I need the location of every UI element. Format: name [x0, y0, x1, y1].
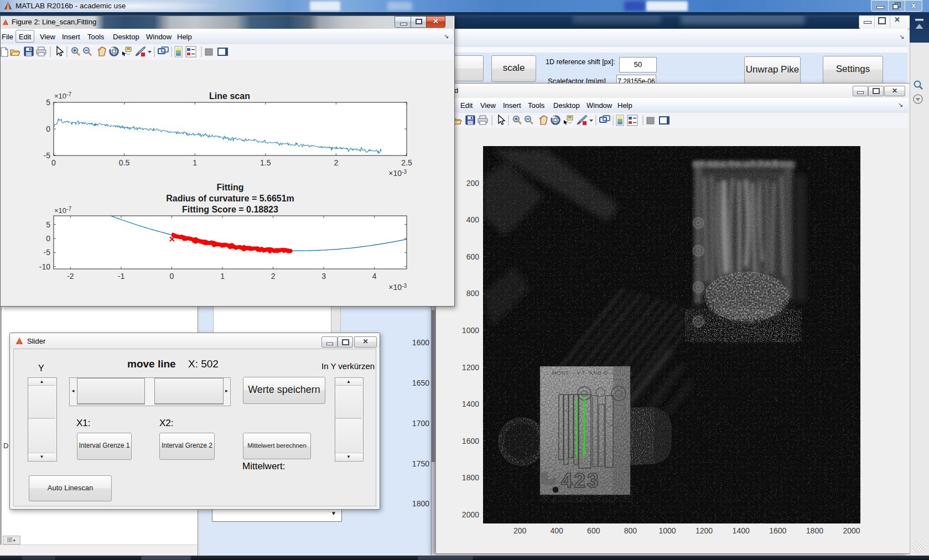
svg-text:4: 4 — [372, 272, 377, 281]
svg-text:-5: -5 — [44, 248, 51, 257]
svg-text:800: 800 — [466, 289, 480, 298]
svg-text:-1: -1 — [118, 272, 125, 281]
svg-text:5: 5 — [46, 220, 50, 229]
svg-text:Fitting Score = 0.18823: Fitting Score = 0.18823 — [182, 205, 278, 214]
svg-text:-5: -5 — [44, 151, 51, 160]
svg-text:×10-7: ×10-7 — [54, 206, 71, 215]
svg-text:800: 800 — [624, 526, 637, 535]
svg-text:Fitting: Fitting — [217, 183, 244, 192]
svg-text:2000: 2000 — [843, 526, 860, 535]
svg-text:2: 2 — [334, 158, 339, 167]
svg-text:0: 0 — [170, 272, 174, 281]
svg-text:2: 2 — [271, 272, 276, 281]
svg-text:2.5: 2.5 — [401, 158, 412, 167]
svg-text:0.5: 0.5 — [119, 158, 130, 167]
svg-text:5: 5 — [46, 98, 50, 107]
svg-text:×10-3: ×10-3 — [388, 169, 407, 178]
svg-text:1000: 1000 — [462, 326, 479, 335]
svg-text:1600: 1600 — [462, 437, 479, 445]
svg-text:0: 0 — [46, 234, 50, 243]
svg-text:600: 600 — [466, 252, 480, 261]
svg-text:×10-3: ×10-3 — [388, 283, 407, 292]
svg-text:Line scan: Line scan — [209, 91, 250, 101]
svg-text:-2: -2 — [67, 272, 74, 281]
svg-text:1800: 1800 — [806, 526, 823, 535]
svg-text:1: 1 — [220, 272, 225, 281]
svg-text:-10: -10 — [39, 262, 50, 271]
svg-text:1: 1 — [193, 158, 197, 167]
svg-text:1400: 1400 — [462, 400, 479, 408]
svg-text:×10-7: ×10-7 — [54, 91, 71, 100]
svg-text:1200: 1200 — [696, 526, 713, 535]
svg-text:1.5: 1.5 — [260, 158, 271, 167]
svg-text:400: 400 — [466, 215, 480, 224]
svg-text:600: 600 — [587, 526, 600, 535]
svg-text:3: 3 — [321, 272, 326, 281]
svg-text:2000: 2000 — [462, 510, 479, 519]
svg-text:1200: 1200 — [462, 363, 479, 372]
svg-text:1800: 1800 — [462, 473, 479, 482]
svg-text:Radius of curvature = 5.6651m: Radius of curvature = 5.6651m — [166, 194, 294, 203]
svg-text:0: 0 — [51, 158, 56, 167]
svg-text:200: 200 — [513, 526, 527, 535]
svg-text:400: 400 — [551, 526, 564, 535]
svg-text:423: 423 — [561, 469, 600, 492]
svg-text:1600: 1600 — [769, 526, 786, 535]
svg-text:1000: 1000 — [658, 526, 676, 535]
svg-text:MONT···.Y T··KNO·O···: MONT···.Y T··KNO·O··· — [552, 370, 614, 376]
svg-text:1400: 1400 — [733, 526, 750, 535]
svg-text:0: 0 — [46, 125, 50, 133]
svg-text:200: 200 — [466, 179, 480, 188]
